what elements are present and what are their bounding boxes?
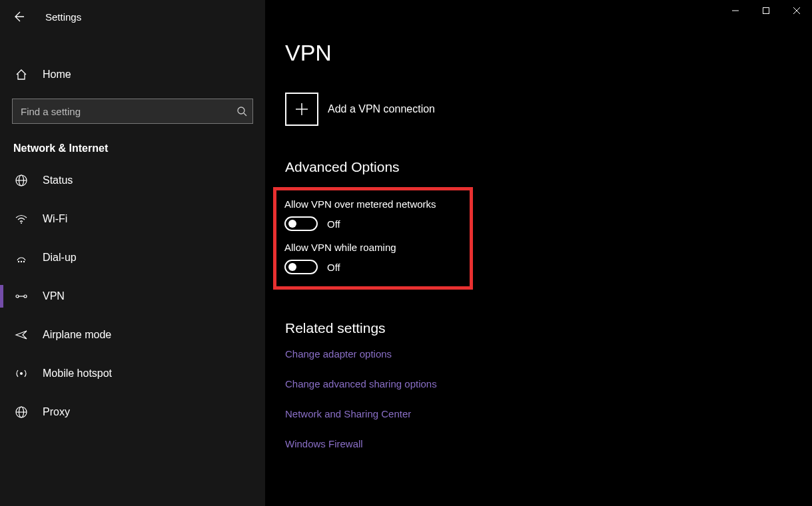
sidebar-item-label: Wi-Fi xyxy=(43,213,67,225)
svg-line-1 xyxy=(244,113,246,116)
svg-point-5 xyxy=(21,222,22,224)
home-label: Home xyxy=(43,69,71,81)
sidebar-item-label: VPN xyxy=(43,290,65,302)
sidebar: Settings Home Network & Internet Status … xyxy=(0,0,265,506)
header-title: Settings xyxy=(45,11,81,23)
dialup-icon xyxy=(15,251,28,264)
sidebar-section-label: Network & Internet xyxy=(0,124,265,161)
link-windows-firewall[interactable]: Windows Firewall xyxy=(285,438,812,449)
window-controls xyxy=(720,0,812,21)
related-settings-heading: Related settings xyxy=(285,320,812,336)
sidebar-item-label: Dial-up xyxy=(43,252,77,264)
add-vpn-label: Add a VPN connection xyxy=(328,103,435,115)
svg-point-8 xyxy=(23,261,25,262)
toggle-label: Allow VPN over metered networks xyxy=(284,198,462,210)
minimize-icon xyxy=(731,7,739,15)
link-network-sharing-center[interactable]: Network and Sharing Center xyxy=(285,408,812,419)
search-container xyxy=(12,99,253,124)
hotspot-icon xyxy=(15,367,28,380)
toggle-roaming: Allow VPN while roaming Off xyxy=(284,242,462,274)
main-content: VPN Add a VPN connection Advanced Option… xyxy=(265,0,812,506)
header-row: Settings xyxy=(0,4,265,29)
search-box[interactable] xyxy=(12,99,253,124)
search-icon xyxy=(236,106,247,117)
sidebar-item-label: Proxy xyxy=(43,406,70,418)
svg-point-12 xyxy=(20,372,23,375)
sidebar-item-airplane[interactable]: Airplane mode xyxy=(0,316,265,354)
toggle-knob xyxy=(288,220,296,228)
svg-point-7 xyxy=(21,261,22,262)
svg-rect-17 xyxy=(763,8,769,14)
toggle-state: Off xyxy=(327,218,340,230)
airplane-icon xyxy=(15,328,28,342)
advanced-options-heading: Advanced Options xyxy=(285,159,812,175)
svg-point-10 xyxy=(24,295,27,298)
sidebar-item-wifi[interactable]: Wi-Fi xyxy=(0,200,265,238)
plus-icon xyxy=(294,102,309,117)
globe-icon xyxy=(15,174,28,187)
link-change-adapter[interactable]: Change adapter options xyxy=(285,348,812,360)
svg-point-6 xyxy=(18,261,19,262)
maximize-button[interactable] xyxy=(751,0,781,21)
search-input[interactable] xyxy=(21,106,236,117)
svg-point-0 xyxy=(238,107,244,114)
wifi-icon xyxy=(15,212,28,226)
sidebar-item-label: Mobile hotspot xyxy=(43,368,112,380)
toggle-label: Allow VPN while roaming xyxy=(284,242,462,253)
add-vpn-button[interactable]: Add a VPN connection xyxy=(285,93,812,126)
toggle-switch-metered[interactable] xyxy=(284,216,318,231)
close-icon xyxy=(793,7,801,15)
page-title: VPN xyxy=(285,40,812,66)
plus-box xyxy=(285,93,318,126)
back-button[interactable] xyxy=(12,10,25,23)
maximize-icon xyxy=(762,7,770,15)
sidebar-item-vpn[interactable]: VPN xyxy=(0,277,265,316)
vpn-icon xyxy=(15,290,28,303)
sidebar-item-home[interactable]: Home xyxy=(0,55,265,95)
toggle-switch-roaming[interactable] xyxy=(284,260,318,274)
sidebar-item-status[interactable]: Status xyxy=(0,161,265,200)
sidebar-item-label: Airplane mode xyxy=(43,329,111,341)
toggle-metered: Allow VPN over metered networks Off xyxy=(284,198,462,231)
arrow-left-icon xyxy=(13,11,25,23)
minimize-button[interactable] xyxy=(720,0,751,21)
sidebar-item-label: Status xyxy=(43,174,73,186)
toggle-knob xyxy=(288,263,296,271)
sidebar-item-hotspot[interactable]: Mobile hotspot xyxy=(0,354,265,393)
svg-point-9 xyxy=(16,295,19,298)
sidebar-item-dialup[interactable]: Dial-up xyxy=(0,238,265,277)
close-button[interactable] xyxy=(781,0,812,21)
home-icon xyxy=(15,68,28,81)
sidebar-item-proxy[interactable]: Proxy xyxy=(0,393,265,431)
link-advanced-sharing[interactable]: Change advanced sharing options xyxy=(285,378,812,389)
toggle-state: Off xyxy=(327,262,340,273)
proxy-icon xyxy=(15,405,28,419)
highlight-annotation: Allow VPN over metered networks Off Allo… xyxy=(273,187,473,290)
